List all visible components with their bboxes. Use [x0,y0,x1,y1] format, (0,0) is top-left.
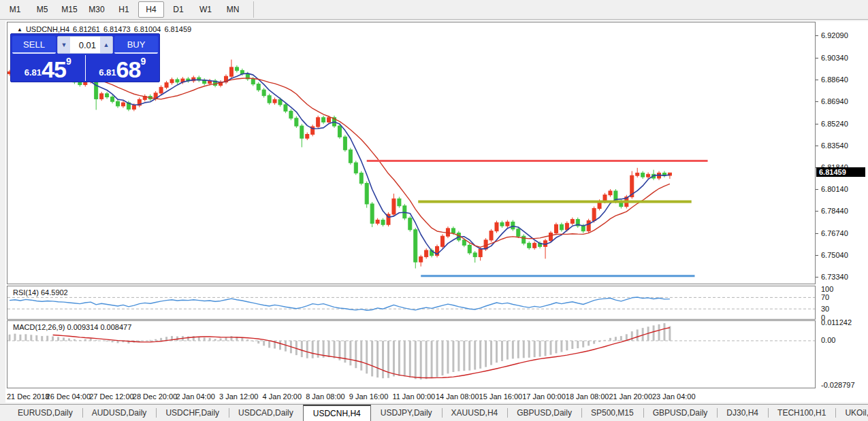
chart-tab-usdcad-daily[interactable]: USDCAD,Daily [229,405,303,421]
price-axis-tick [816,101,818,102]
chart-tab-usdjpy-daily[interactable]: USDJPY,Daily [371,405,442,421]
rsi-scale-label: 30 [821,305,829,313]
one-click-trading-panel: SELL ▼ 0.01 ▲ BUY 6.81 45 9 6.81 [10,33,160,82]
time-axis-label: 21 Dec 2018 [7,392,49,401]
timeframe-button-h4[interactable]: H4 [138,1,164,18]
time-axis-label: 17 Jan 00:00 [522,392,566,401]
time-axis[interactable]: 21 Dec 201826 Dec 04:0027 Dec 12:0028 De… [7,390,816,403]
price-axis-tick [816,80,818,80]
time-axis-label: 14 Jan 08:00 [436,392,479,401]
buy-price-digits: 68 [116,60,141,80]
timeframe-button-m1[interactable]: M1 [2,1,28,18]
rsi-scale-label: 70 [821,293,829,301]
chart-tab-audusd-daily[interactable]: AUDUSD,Daily [82,405,157,421]
buy-price-prefix: 6.81 [99,68,116,77]
price-axis-tick [816,255,818,256]
price-axis-tick [816,189,818,190]
price-axis-tick [816,35,818,36]
chart-tab-gbpusd-daily[interactable]: GBPUSD,Daily [507,405,581,421]
rsi-scale-label: 100 [821,285,833,293]
price-axis-label: 6.85240 [821,120,848,128]
time-axis-label: 28 Dec 20:00 [133,392,177,401]
price-axis-tick [816,124,818,124]
time-axis-label: 11 Jan 00:00 [392,392,435,401]
sell-button[interactable]: SELL [12,36,56,54]
time-axis-label: 2 Jan 04:00 [176,392,215,401]
rsi-label: RSI(14) 64.5902 [13,288,68,297]
chart-tab-bar: EURUSD,DailyAUDUSD,DailyUSDCHF,DailyUSDC… [0,404,868,421]
sell-price-prefix: 6.81 [25,68,42,77]
price-axis-label: 6.78440 [821,207,848,215]
time-axis-label: 8 Jan 08:00 [306,392,345,401]
chart-title: ▲ USDCNH,H4 6.81261 6.81473 6.81004 6.81… [17,25,191,33]
price-axis-tick [816,58,818,58]
time-axis-label: 26 Dec 04:00 [46,392,91,401]
macd-pane[interactable]: MACD(12,26,9) 0.009314 0.008477 [7,320,816,388]
chart-tab-ukoil-h1[interactable]: UKOil,H1 [835,405,868,421]
time-axis-label: 9 Jan 16:00 [349,392,389,401]
volume-increase-button[interactable]: ▲ [100,37,112,53]
time-axis-label: 23 Jan 04:00 [652,392,696,401]
macd-scale-label: 0.00 [821,336,835,344]
timeframe-button-mn[interactable]: MN [220,1,246,18]
price-axis-label: 6.80140 [821,185,848,193]
chart-tab-usdcnh-h4[interactable]: USDCNH,H4 [303,405,371,421]
macd-label: MACD(12,26,9) 0.009314 0.008477 [13,323,131,331]
chart-tab-xauusd-h4[interactable]: XAUUSD,H4 [442,405,508,421]
price-axis-tick [816,211,818,212]
time-axis-label: 21 Jan 20:00 [609,392,652,401]
price-axis-label: 6.73340 [821,273,848,281]
sell-price-digits: 45 [42,60,66,80]
chart-symbol: USDCNH,H4 [26,25,69,33]
timeframe-button-h1[interactable]: H1 [111,1,137,18]
time-axis-label: 18 Jan 08:00 [566,392,609,401]
price-axis-label: 6.75040 [821,251,848,259]
chart-tab-eurusd-daily[interactable]: EURUSD,Daily [8,405,82,421]
time-axis-label: 27 Dec 12:00 [89,392,133,401]
sell-price[interactable]: 6.81 45 9 [11,55,86,81]
toolbar-separator [253,1,254,18]
chart-tab-usdchf-daily[interactable]: USDCHF,Daily [156,405,229,421]
main-chart-pane[interactable]: ▲ USDCNH,H4 6.81261 6.81473 6.81004 6.81… [7,22,816,284]
ohlc-low: 6.81004 [134,25,161,33]
buy-price-pip: 9 [140,56,146,66]
sell-price-pip: 9 [66,56,71,66]
chart-window: ▲ USDCNH,H4 6.81261 6.81473 6.81004 6.81… [5,21,868,403]
time-axis-label: 15 Jan 16:00 [479,392,523,401]
collapse-triangle-icon[interactable]: ▲ [17,27,22,33]
chart-tab-dj30-h4[interactable]: DJ30,H4 [717,405,768,421]
price-axis-label: 6.86940 [821,97,848,105]
rsi-pane[interactable]: RSI(14) 64.5902 [7,286,816,320]
price-axis-tick [816,277,818,277]
rsi-plot [7,286,815,319]
current-price-tag: 6.81459 [816,167,865,177]
chart-tab-sp500-m15[interactable]: SP500,M15 [581,405,643,421]
time-axis-label: 3 Jan 12:00 [219,392,259,401]
ohlc-open: 6.81261 [73,25,100,33]
chart-tab-gbpusd-daily[interactable]: GBPUSD,Daily [643,405,718,421]
volume-value[interactable]: 0.01 [70,37,100,53]
macd-scale-label: 0.011242 [821,318,852,326]
price-axis-tick [816,146,818,146]
price-axis-label: 6.83540 [821,141,848,150]
timeframe-button-m30[interactable]: M30 [84,1,110,18]
timeframe-button-m5[interactable]: M5 [29,1,55,18]
time-axis-label: 4 Jan 20:00 [263,392,302,401]
trading-platform-window: M1M5M15M30H1H4D1W1MN ▲ USDCNH,H4 6.81261… [0,0,868,421]
buy-price[interactable]: 6.81 68 9 [86,55,160,81]
price-axis-label: 6.88640 [821,75,848,84]
timeframe-button-w1[interactable]: W1 [193,1,219,18]
volume-stepper: ▼ 0.01 ▲ [57,36,113,54]
price-axis-tick [816,233,818,234]
price-axis-label: 6.90340 [821,54,848,62]
macd-scale-label: -0.028797 [821,381,855,389]
ohlc-high: 6.81473 [103,25,131,33]
volume-decrease-button[interactable]: ▼ [58,37,70,53]
buy-button[interactable]: BUY [114,36,158,54]
price-axis-label: 6.76740 [821,229,848,237]
timeframe-button-m15[interactable]: M15 [57,1,82,18]
timeframe-button-d1[interactable]: D1 [165,1,191,18]
chart-tab-tech100-h1[interactable]: TECH100,H1 [768,405,835,421]
timeframe-toolbar: M1M5M15M30H1H4D1W1MN [0,0,868,20]
price-axis-label: 6.92090 [821,31,848,39]
